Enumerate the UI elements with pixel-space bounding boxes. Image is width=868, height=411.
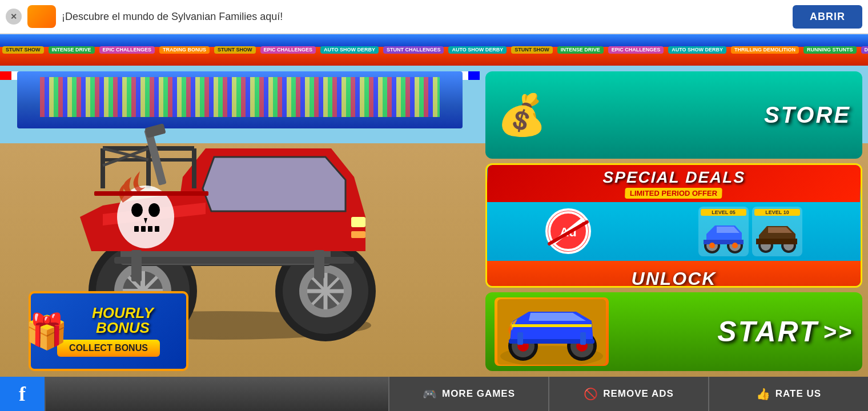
ad-close-button[interactable]: ✕ xyxy=(6,9,22,25)
banner-strip: STUNT SHOWINTENSE DRIVEEPIC CHALLENGESTR… xyxy=(0,34,868,66)
svg-point-46 xyxy=(549,212,587,250)
svg-rect-39 xyxy=(141,226,146,232)
svg-rect-44 xyxy=(131,250,142,281)
svg-rect-32 xyxy=(351,231,365,238)
no-ads-icon: 🚫 xyxy=(584,387,598,401)
more-games-button[interactable]: 🎮 MORE GAMES xyxy=(388,377,548,411)
deals-content: Ad LEVEL 05 xyxy=(487,202,861,261)
svg-rect-55 xyxy=(704,240,744,244)
truck-card-level5: LEVEL 05 xyxy=(698,207,749,256)
svg-rect-30 xyxy=(144,123,166,138)
svg-rect-41 xyxy=(155,226,159,232)
svg-rect-78 xyxy=(512,324,592,327)
start-arrows: >> xyxy=(823,319,853,345)
game-area: 🎁 HOURLY BONUS COLLECT BONUS 💰 STORE SPE… xyxy=(0,66,868,377)
svg-rect-38 xyxy=(134,226,139,232)
bonus-text: HOURLY BONUS xyxy=(92,305,154,335)
svg-rect-45 xyxy=(314,250,324,279)
banner-item: STUNT SHOW xyxy=(2,46,44,54)
ad-open-button[interactable]: ABRIR xyxy=(793,5,862,29)
svg-rect-31 xyxy=(351,217,365,227)
banner-item: STUNT SHOW xyxy=(214,46,256,54)
svg-marker-20 xyxy=(203,157,345,211)
banner-item: EPIC CHALLENGES xyxy=(99,46,155,54)
banner-item: AUTO SHOW DERBY xyxy=(448,46,507,54)
banner-item: THRILLING DEMOLITION xyxy=(731,46,799,54)
banner-item: EPIC CHALLENGES xyxy=(608,46,664,54)
truck-card-level10: LEVEL 10 xyxy=(752,207,802,256)
collect-bonus-button[interactable]: COLLECT BONUS xyxy=(57,340,160,357)
hourly-bonus: 🎁 HOURLY BONUS COLLECT BONUS xyxy=(29,291,188,371)
banner-item: RUNNING STUNTS xyxy=(803,46,857,54)
store-button[interactable]: 💰 STORE xyxy=(485,71,862,159)
remove-ads-button[interactable]: 🚫 REMOVE ADS xyxy=(548,377,708,411)
svg-rect-76 xyxy=(517,332,523,345)
svg-point-35 xyxy=(131,203,143,217)
start-button[interactable]: START >> xyxy=(485,292,862,371)
banner-item: AUTO SHOW DERBY xyxy=(668,46,726,54)
special-deals: SPECIAL DEALS LIMITED PERIOD OFFER Ad xyxy=(485,163,862,288)
svg-text:Ad: Ad xyxy=(560,225,576,240)
facebook-button[interactable]: f xyxy=(0,377,46,411)
banner-item: INTENSE DRIVE xyxy=(557,46,604,54)
ad-icon xyxy=(27,5,56,28)
gamepad-icon: 🎮 xyxy=(423,387,437,401)
deals-title: SPECIAL DEALS xyxy=(494,168,854,187)
truck-scene: 🎁 HOURLY BONUS COLLECT BONUS xyxy=(0,66,480,377)
thumbs-up-icon: 👍 xyxy=(756,387,771,401)
banner-item: EPIC CHALLENGES xyxy=(260,46,316,54)
deals-subtitle: LIMITED PERIOD OFFER xyxy=(625,188,722,199)
svg-point-57 xyxy=(732,243,738,248)
no-ads-badge: Ad xyxy=(545,208,591,254)
unlock-button[interactable]: UNLOCK EVERYTHING xyxy=(487,261,861,288)
money-pile-icon: 💰 xyxy=(497,95,546,135)
deals-header: SPECIAL DEALS LIMITED PERIOD OFFER xyxy=(487,165,861,202)
store-label: STORE xyxy=(764,102,851,128)
truck-cards: LEVEL 05 xyxy=(698,207,802,256)
gift-icon: 🎁 xyxy=(25,311,68,352)
ad-text: ¡Descubre el mundo de Sylvanian Families… xyxy=(62,11,283,23)
bottom-bar: f 🎮 MORE GAMES 🚫 REMOVE ADS 👍 RATE US xyxy=(0,377,868,411)
banner-item: DEMOLITION xyxy=(861,46,868,54)
banner-item: AUTO SHOW DERBY xyxy=(320,46,379,54)
start-label: START >> xyxy=(717,315,853,348)
svg-rect-77 xyxy=(580,332,586,345)
ad-bar: ✕ ¡Descubre el mundo de Sylvanian Famili… xyxy=(0,0,868,34)
svg-rect-42 xyxy=(94,191,208,196)
svg-rect-64 xyxy=(756,239,797,244)
svg-rect-40 xyxy=(148,226,152,232)
svg-point-36 xyxy=(148,203,160,217)
banner-item: INTENSE DRIVE xyxy=(49,46,95,54)
banner-item: TRADING BONUS xyxy=(159,46,210,54)
start-truck-preview xyxy=(495,297,609,366)
banner-item: STUNT SHOW xyxy=(511,46,553,54)
banner-item: STUNT CHALLENGES xyxy=(383,46,444,54)
svg-point-56 xyxy=(709,243,715,248)
rate-us-button[interactable]: 👍 RATE US xyxy=(708,377,868,411)
right-panel: 💰 STORE SPECIAL DEALS LIMITED PERIOD OFF… xyxy=(480,66,868,377)
